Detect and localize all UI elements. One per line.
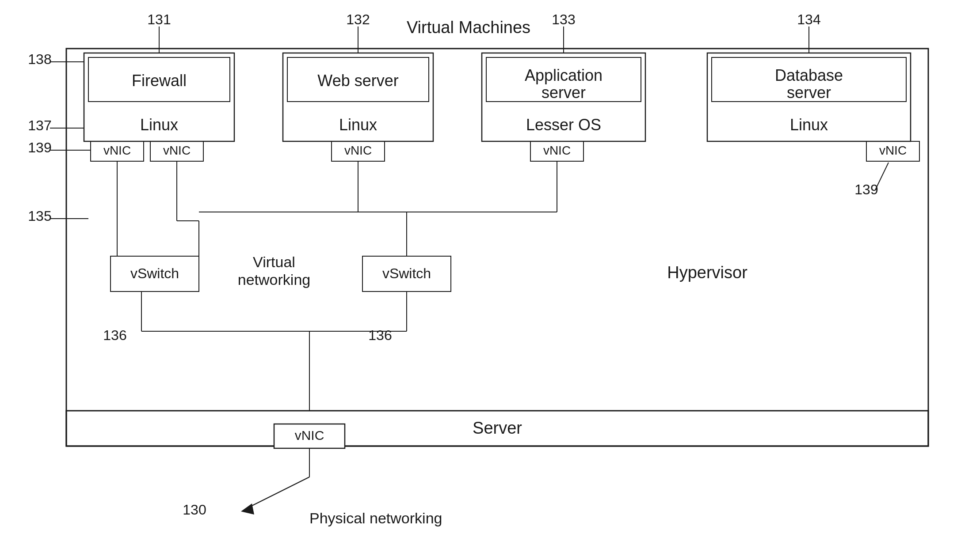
vnic1-label: vNIC: [103, 144, 131, 157]
linux3-label: Linux: [790, 116, 828, 134]
vnic4-label: vNIC: [543, 144, 571, 157]
physical-networking-label: Physical networking: [309, 510, 442, 526]
app-server-line1-label: Application: [525, 66, 602, 84]
ref139a-label: 139: [28, 140, 51, 155]
ref138-label: 138: [28, 51, 51, 67]
vswitch1-label: vSwitch: [130, 265, 179, 281]
ref130-label: 130: [183, 502, 206, 518]
db-server2-label: server: [787, 83, 831, 102]
ref135-label: 135: [28, 208, 51, 224]
web-server-label: Web server: [317, 72, 398, 90]
ref136a-label: 136: [103, 327, 126, 343]
vnic5-label: vNIC: [879, 144, 907, 157]
ref139b-label: 139: [854, 182, 878, 197]
ref134: 134: [797, 11, 820, 27]
ref132: 132: [346, 11, 370, 27]
vnic2-label: vNIC: [163, 144, 191, 157]
diagram-container: Server Virtual Machines Firewall Linux W…: [0, 0, 980, 545]
server-label: Server: [473, 419, 522, 437]
ref133: 133: [552, 11, 575, 27]
lesser-os-label: Lesser OS: [526, 116, 601, 134]
vnic3-label: vNIC: [344, 144, 372, 157]
app-server-line2-label: server: [541, 83, 586, 102]
ref136b-label: 136: [368, 327, 392, 343]
linux1-label: Linux: [140, 116, 178, 134]
ref131: 131: [147, 11, 171, 27]
firewall-label: Firewall: [132, 72, 187, 90]
linux2-label: Linux: [339, 116, 377, 134]
vswitch2-label: vSwitch: [382, 265, 431, 281]
virtual-networking2-label: networking: [238, 271, 310, 288]
ref137-label: 137: [28, 117, 51, 133]
virtual-networking-label: Virtual: [253, 254, 295, 270]
vnic6-label: vNIC: [295, 428, 324, 443]
hypervisor-label: Hypervisor: [667, 263, 747, 282]
virtual-machines-label: Virtual Machines: [407, 18, 530, 37]
db-server-label: Database: [775, 66, 843, 84]
